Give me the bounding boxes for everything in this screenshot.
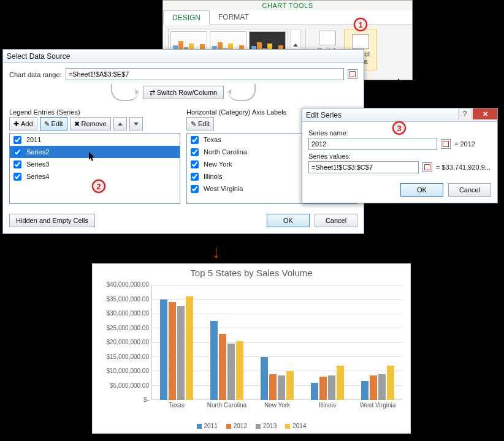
ok-button[interactable]: OK [267,214,310,227]
add-series-button[interactable]: ✚Add [9,117,37,130]
bar [286,371,294,400]
callout-3: 3 [392,121,406,135]
x-tick-label: North Carolina [202,401,252,409]
checkbox[interactable] [191,136,199,144]
bar [261,357,268,401]
list-item[interactable]: Series2 [10,146,180,158]
tab-design[interactable]: DESIGN [163,10,210,25]
ribbon-tab-strip: DESIGN FORMAT [163,10,412,25]
result-chart: Top 5 States by Sales Volume $40,000,000… [92,263,411,434]
close-button[interactable]: ✕ [473,108,497,119]
bar-group [302,285,353,400]
bar [219,334,226,400]
range-picker-icon[interactable] [348,69,357,79]
dialog-title: Select Data Source [3,50,364,63]
bar [319,377,327,400]
category-name: Illinois [204,173,223,180]
list-item[interactable]: Series3 [10,158,180,170]
help-icon[interactable]: ? [458,108,472,119]
callout-2: 2 [92,179,105,193]
chart-data-range-input[interactable] [66,68,344,80]
hidden-empty-cells-button[interactable]: Hidden and Empty Cells [9,214,95,227]
series-name: Series2 [26,148,49,156]
legend-entries-label: Legend Entries (Series) [9,108,180,116]
ok-button[interactable]: OK [400,183,443,197]
checkbox[interactable] [13,160,21,168]
series-values-preview: = $33,741,920.9... [436,164,491,171]
category-name: West Virginia [204,185,243,192]
x-tick-label: Illinois [302,401,353,409]
chevron-down-icon [134,123,139,126]
bar-group [353,285,403,400]
y-tick-label: $10,000,000.00 [93,368,149,375]
tab-format[interactable]: FORMAT [210,10,258,24]
bar [278,375,285,400]
switch-row-column-button[interactable]: ⇄Switch Row/Column [143,86,224,99]
list-item[interactable]: 2011 [10,134,180,146]
bar [227,344,235,400]
series-name: 2011 [26,136,41,143]
series-name: Series4 [26,173,49,180]
category-name: Texas [204,136,221,143]
x-tick-label: Texas [151,401,202,409]
checkbox[interactable] [13,173,21,181]
y-tick-label: $- [93,396,149,404]
remove-series-button[interactable]: ✖Remove [70,117,111,130]
series-name-input[interactable] [308,138,437,150]
chart-data-range-label: Chart data range: [9,71,62,78]
category-name: New York [204,160,232,168]
bar [269,374,277,400]
checkbox[interactable] [191,160,199,168]
bar [210,321,218,400]
cancel-button[interactable]: Cancel [315,214,357,227]
flow-arrow-icon: ↓ [212,243,221,261]
bar-group [202,285,252,400]
category-name: North Carolina [204,148,247,156]
checkbox[interactable] [13,136,21,144]
bar [387,366,394,400]
switch-icon: ⇄ [150,89,155,97]
bar [236,341,243,400]
checkbox[interactable] [191,173,199,181]
series-values-input[interactable] [308,161,419,173]
bar [169,302,176,400]
y-tick-label: $5,000,000.00 [93,382,149,390]
legend-item: 2011 [197,423,218,429]
series-listbox[interactable]: 2011Series2Series3Series4 [9,133,180,204]
series-name-preview: = 2012 [454,140,491,148]
legend-item: 2012 [226,423,247,429]
checkbox[interactable] [191,185,199,193]
y-tick-label: $15,000,000.00 [93,353,149,361]
move-up-button[interactable] [113,117,127,130]
checkbox[interactable] [13,148,21,156]
range-picker-icon[interactable] [441,139,451,149]
checkbox[interactable] [191,148,199,156]
range-picker-icon[interactable] [422,162,432,172]
x-tick-label: West Virginia [353,401,403,409]
bar [370,375,377,400]
callout-1: 1 [354,18,367,31]
bar [160,300,167,401]
y-tick-label: $30,000,000.00 [93,310,149,317]
cancel-button[interactable]: Cancel [448,183,491,197]
edit-axis-button[interactable]: ✎Edit [186,117,214,130]
remove-icon: ✖ [74,120,80,128]
edit-series-button[interactable]: ✎Edit [40,117,67,130]
bar [311,383,318,400]
move-down-button[interactable] [129,117,143,130]
chevron-up-icon [118,123,123,126]
bar [186,296,193,400]
add-icon: ✚ [13,120,19,128]
chart-legend: 2011201220132014 [93,423,410,429]
dialog-title: Edit Series ? ✕ [302,108,497,122]
bar [378,374,386,400]
edit-icon: ✎ [44,120,50,128]
y-tick-label: $35,000,000.00 [93,296,149,303]
series-values-label: Series values: [308,153,491,160]
contextual-tab-header: CHART TOOLS [163,1,412,10]
bar [337,366,344,400]
series-name: Series3 [26,160,49,168]
select-data-icon [352,34,369,49]
bar-group [252,285,302,400]
legend-item: 2014 [285,423,306,429]
